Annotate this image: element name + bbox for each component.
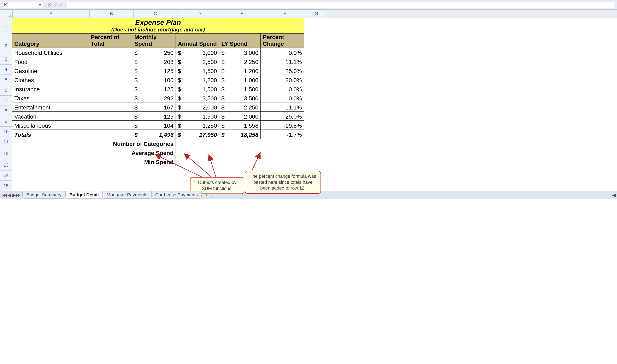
label-min-spend[interactable]: Min Spend: [89, 157, 176, 166]
cell-annual[interactable]: $3,000: [176, 48, 219, 57]
label-num-categories[interactable]: Number of Categories: [89, 139, 176, 148]
header-pct-change[interactable]: Percent Change: [261, 34, 304, 48]
col-header-B[interactable]: B: [89, 10, 133, 18]
cell-poft[interactable]: [89, 75, 132, 84]
cell-ly[interactable]: $3,000: [219, 48, 261, 57]
cell-monthly[interactable]: $125: [132, 112, 176, 121]
cell-annual[interactable]: $1,200: [176, 75, 219, 84]
cell-pct[interactable]: 20.0%: [261, 75, 304, 84]
row-header-1[interactable]: 1: [0, 18, 12, 38]
row-header-2[interactable]: 2: [0, 38, 12, 54]
cell-ly[interactable]: $2,000: [219, 112, 261, 121]
row-header-7[interactable]: 7: [0, 95, 12, 106]
totals-annual[interactable]: $17,950: [176, 130, 219, 139]
cell-pct[interactable]: 0.0%: [261, 48, 304, 57]
cell-pct[interactable]: 0.0%: [261, 93, 304, 103]
cell-pct[interactable]: -11.1%: [261, 103, 304, 112]
cell-monthly[interactable]: $104: [132, 121, 176, 130]
cell-category[interactable]: Vacation: [12, 112, 89, 121]
cell-annual[interactable]: $2,500: [176, 57, 219, 66]
sheet-tab[interactable]: Budget Summary: [22, 191, 66, 199]
col-header-E[interactable]: E: [221, 10, 263, 18]
header-category[interactable]: Category: [12, 34, 89, 48]
cell-pct[interactable]: 25.0%: [261, 66, 304, 75]
cell-monthly[interactable]: $292: [132, 93, 176, 103]
cell-ly[interactable]: $2,250: [219, 57, 261, 66]
title-cell[interactable]: Expense Plan (Does not include mortgage …: [12, 18, 304, 34]
cell-poft[interactable]: [89, 84, 132, 93]
row-header-15[interactable]: 15: [0, 181, 12, 191]
col-header-F[interactable]: F: [263, 10, 307, 18]
totals-monthly[interactable]: $1,496: [132, 130, 176, 139]
cell-ly[interactable]: $2,250: [219, 103, 261, 112]
cell-ly[interactable]: $3,500: [219, 93, 261, 103]
col-header-A[interactable]: A: [13, 10, 89, 18]
cell-pct[interactable]: -25.0%: [261, 112, 304, 121]
row-header-11[interactable]: 11: [0, 137, 12, 147]
cell-category[interactable]: Insurance: [12, 84, 89, 93]
row-header-10[interactable]: 10: [0, 126, 12, 137]
next-sheet-icon[interactable]: ▶: [12, 193, 16, 197]
cell-monthly[interactable]: $208: [132, 57, 176, 66]
cell-category[interactable]: Household Utilities: [12, 48, 89, 57]
cell-poft[interactable]: [89, 66, 132, 75]
row-header-14[interactable]: 14: [0, 170, 12, 181]
last-sheet-icon[interactable]: ⏭: [16, 193, 20, 197]
cell-monthly[interactable]: $125: [132, 66, 176, 75]
cell-ly[interactable]: $1,500: [219, 84, 261, 93]
cell-monthly[interactable]: $100: [132, 75, 176, 84]
header-annual[interactable]: Annual Spend: [176, 34, 219, 48]
col-header-G[interactable]: G: [307, 10, 326, 18]
cell-ly[interactable]: $1,558: [219, 121, 261, 130]
sheet-tab[interactable]: Budget Detail: [66, 191, 103, 199]
cell-pct[interactable]: 0.0%: [261, 84, 304, 93]
row-header-12[interactable]: 12: [0, 147, 12, 160]
sheet-tab[interactable]: Mortgage Payments: [103, 191, 151, 199]
row-header-9[interactable]: 9: [0, 116, 12, 126]
totals-ly[interactable]: $18,258: [219, 130, 261, 139]
header-percent-total[interactable]: Percent of Total: [89, 34, 132, 48]
cell-annual[interactable]: $1,500: [176, 66, 219, 75]
row-header-8[interactable]: 8: [0, 106, 12, 116]
row-header-3[interactable]: 3: [0, 54, 12, 64]
totals-poft[interactable]: [89, 130, 132, 139]
cell-annual[interactable]: $2,000: [176, 103, 219, 112]
cell-annual[interactable]: $1,500: [176, 84, 219, 93]
cell-annual[interactable]: $3,500: [176, 93, 219, 103]
cell-pct[interactable]: 11.1%: [261, 57, 304, 66]
cell-poft[interactable]: [89, 103, 132, 112]
col-header-D[interactable]: D: [177, 10, 221, 18]
totals-label[interactable]: Totals: [12, 130, 89, 139]
cell-monthly[interactable]: $167: [132, 103, 176, 112]
cell-monthly[interactable]: $125: [132, 84, 176, 93]
cell-category[interactable]: Entertainment: [12, 103, 89, 112]
header-monthly[interactable]: Monthly Spend: [132, 34, 176, 48]
cell-category[interactable]: Taxes: [12, 93, 89, 103]
prev-sheet-icon[interactable]: ◀: [7, 193, 11, 197]
cell-category[interactable]: Gasoline: [12, 66, 89, 75]
cell-poft[interactable]: [89, 121, 132, 130]
header-ly[interactable]: LY Spend: [219, 34, 261, 48]
chevron-down-icon[interactable]: [39, 4, 41, 6]
cell-annual[interactable]: $1,250: [176, 121, 219, 130]
totals-pct[interactable]: -1.7%: [261, 130, 304, 139]
col-header-C[interactable]: C: [133, 10, 177, 18]
row-header-13[interactable]: 13: [0, 160, 12, 170]
sheet-tab[interactable]: Car Lease Payments: [151, 191, 202, 199]
cell-category[interactable]: Clothes: [12, 75, 89, 84]
cell-poft[interactable]: [89, 57, 132, 66]
name-box[interactable]: K1: [2, 2, 43, 8]
cell-ly[interactable]: $1,200: [219, 66, 261, 75]
cell-poft[interactable]: [89, 48, 132, 57]
fx-icon[interactable]: fx: [60, 2, 63, 7]
cell-annual[interactable]: $1,500: [176, 112, 219, 121]
label-avg-spend[interactable]: Average Spend: [89, 148, 176, 157]
cell-ly[interactable]: $1,000: [219, 75, 261, 84]
formula-input[interactable]: [67, 2, 615, 8]
first-sheet-icon[interactable]: ⏮: [3, 193, 7, 197]
data-table[interactable]: Expense Plan (Does not include mortgage …: [12, 18, 304, 166]
scroll-left-icon[interactable]: ◀: [612, 192, 616, 198]
select-all-corner[interactable]: [0, 10, 13, 18]
row-header-6[interactable]: 6: [0, 85, 12, 95]
cell-category[interactable]: Food: [12, 57, 89, 66]
